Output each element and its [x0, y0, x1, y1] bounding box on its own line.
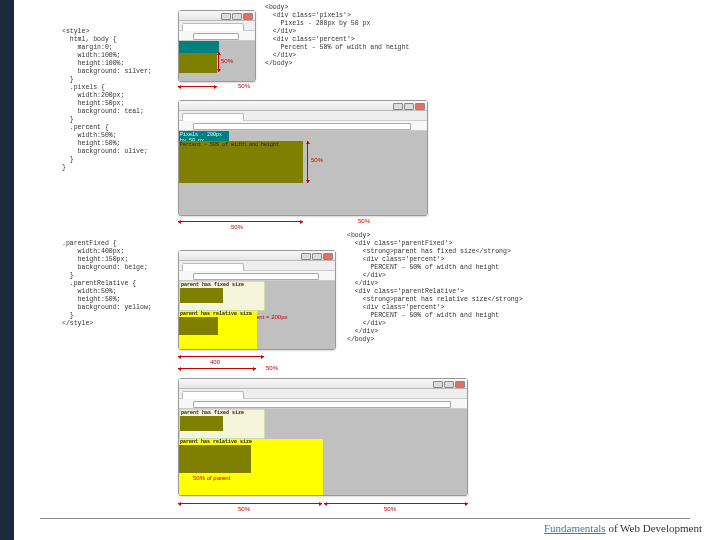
box-parentfixed: parent has fixed size: [179, 281, 265, 311]
dim-label: 400: [210, 359, 220, 365]
box-percent: [180, 416, 223, 431]
footer-link: Fundamentals: [544, 522, 606, 534]
dim-label: 50% of parent: [193, 475, 230, 481]
box-percent: [179, 53, 217, 73]
dim-line: [178, 356, 264, 357]
box-percent: [179, 317, 218, 335]
footer: Fundamentals of Web Development: [544, 522, 702, 534]
dim-label: 50%: [266, 365, 278, 371]
box-percent: [180, 288, 223, 303]
dim-label: 50%: [358, 218, 370, 224]
address-bar: [179, 31, 255, 41]
min-button[interactable]: [301, 253, 311, 260]
close-button[interactable]: [455, 381, 465, 388]
dim-line: [307, 141, 308, 183]
viewport: [179, 41, 255, 81]
dim-label: 50%: [238, 506, 250, 512]
box-pixels: [179, 41, 219, 53]
viewport: parent has fixed size 50% of parent = 20…: [179, 281, 335, 349]
box-percent: [179, 445, 251, 473]
dim-label: 50%: [384, 506, 396, 512]
code-style-block: <style> html, body { margin:0; width:100…: [62, 28, 152, 172]
code-body-block-2: <body> <div class='parentFixed'> <strong…: [347, 232, 523, 344]
max-button[interactable]: [312, 253, 322, 260]
dim-label: 50%: [238, 83, 250, 89]
close-button[interactable]: [243, 13, 253, 20]
browser-window-4: parent has fixed size 50% of parent = 20…: [178, 378, 468, 496]
dim-line: [178, 368, 256, 369]
min-button[interactable]: [393, 103, 403, 110]
url-input[interactable]: [193, 273, 319, 280]
dim-label: 50%: [221, 58, 233, 64]
max-button[interactable]: [444, 381, 454, 388]
dim-line: [178, 86, 217, 87]
url-input[interactable]: [193, 401, 451, 408]
slide: <style> html, body { margin:0; width:100…: [0, 0, 720, 540]
dim-line: [178, 503, 322, 504]
close-button[interactable]: [323, 253, 333, 260]
code-body-block-1: <body> <div class='pixels'> Pixels - 200…: [265, 4, 409, 68]
browser-tab[interactable]: [182, 23, 244, 31]
box-parentfixed: parent has fixed size: [179, 409, 265, 439]
dim-line: [324, 503, 468, 504]
dim-label: 50%: [231, 224, 243, 230]
dim-label: 50%: [311, 157, 323, 163]
box-parentrel: parent has relative size: [179, 311, 257, 349]
code-style-block-2: .parentFixed { width:400px; height:150px…: [62, 240, 152, 328]
footer-text: of Web Development: [606, 522, 702, 534]
browser-tab[interactable]: [182, 113, 244, 121]
url-input[interactable]: [193, 123, 411, 130]
browser-window-2: Pixels - 200px by 50 px Percent - 50% of…: [178, 100, 428, 216]
max-button[interactable]: [232, 13, 242, 20]
max-button[interactable]: [404, 103, 414, 110]
box-parentrel: parent has relative size 50% of parent: [179, 439, 323, 495]
tab-row: [179, 21, 255, 31]
min-button[interactable]: [221, 13, 231, 20]
viewport: parent has fixed size 50% of parent = 20…: [179, 409, 467, 495]
titlebar: [179, 11, 255, 21]
browser-tab[interactable]: [182, 391, 244, 399]
browser-tab[interactable]: [182, 263, 244, 271]
url-input[interactable]: [193, 33, 239, 40]
footer-rule: [40, 518, 690, 519]
viewport: Pixels - 200px by 50 px Percent - 50% of…: [179, 131, 427, 215]
dim-line: [218, 52, 219, 72]
side-stripe: [0, 0, 14, 540]
box-pixels: Pixels - 200px by 50 px: [179, 131, 229, 141]
dim-line: [178, 221, 303, 222]
min-button[interactable]: [433, 381, 443, 388]
box-percent: Percent - 50% of width and height: [179, 141, 303, 183]
close-button[interactable]: [415, 103, 425, 110]
browser-window-3: parent has fixed size 50% of parent = 20…: [178, 250, 336, 350]
